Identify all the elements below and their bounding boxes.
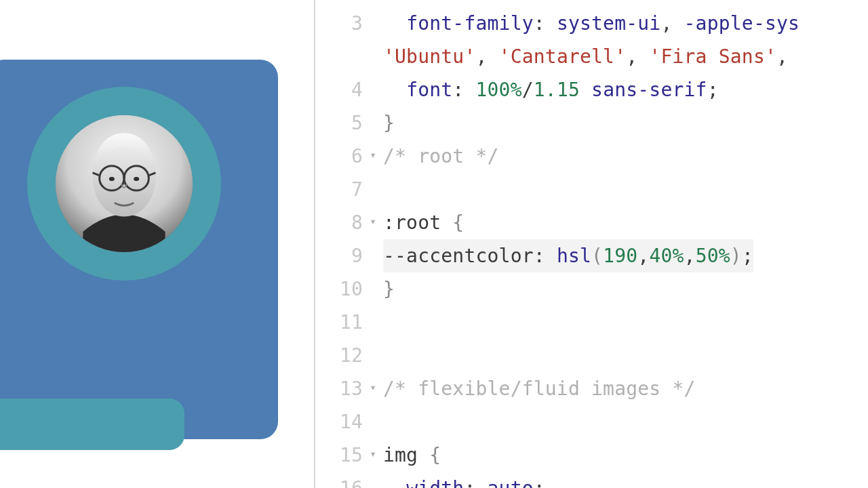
code-line[interactable]: :root { <box>383 206 868 239</box>
token: --accentcolor <box>383 245 534 267</box>
token: ( <box>591 245 603 267</box>
code-line[interactable] <box>383 339 868 372</box>
svg-point-7 <box>109 177 115 181</box>
token: , <box>684 245 696 267</box>
portrait-icon <box>56 115 193 252</box>
token: : <box>534 245 557 267</box>
svg-point-8 <box>134 177 139 181</box>
line-number <box>315 40 367 73</box>
token <box>580 79 591 101</box>
token: 'Cantarell' <box>499 45 627 68</box>
code-content[interactable]: font-family: system-ui, -apple-sys'Ubunt… <box>383 7 868 488</box>
token: font-family <box>406 12 534 35</box>
token: width <box>406 477 464 488</box>
line-number: 7 <box>315 173 367 206</box>
line-number: 6▾ <box>315 140 367 173</box>
app-root: 3456▾78▾910111213▾1415▾16 font-family: s… <box>0 0 868 488</box>
code-line[interactable]: img { <box>383 439 868 472</box>
token: 1.15 <box>534 79 580 101</box>
avatar <box>56 115 193 252</box>
code-line[interactable]: font-family: system-ui, -apple-sys <box>383 7 868 40</box>
token: 40% <box>649 245 684 267</box>
line-number: 13▾ <box>315 372 367 405</box>
token: ; <box>707 79 719 101</box>
token: 'Ubuntu' <box>383 45 475 68</box>
token: , <box>626 45 649 68</box>
token: , <box>475 45 498 68</box>
token: ; <box>742 245 753 267</box>
token <box>383 79 406 101</box>
token: 'Fira Sans' <box>649 45 776 68</box>
line-number: 5 <box>315 106 367 140</box>
code-line[interactable] <box>383 306 868 339</box>
profile-card <box>0 60 278 439</box>
code-editor[interactable]: 3456▾78▾910111213▾1415▾16 font-family: s… <box>315 0 868 488</box>
token: ; <box>534 477 545 488</box>
fold-toggle-icon[interactable]: ▾ <box>370 138 376 171</box>
line-number: 9 <box>315 239 367 272</box>
line-number: 4 <box>315 73 367 106</box>
line-number: 10 <box>315 272 367 306</box>
token: } <box>383 112 395 134</box>
line-number: 11 <box>315 306 367 339</box>
code-line[interactable]: /* root */ <box>383 140 868 173</box>
token: : <box>534 12 557 35</box>
token: 190 <box>603 245 637 267</box>
code-line[interactable] <box>383 405 868 439</box>
code-line[interactable]: 'Ubuntu', 'Cantarell', 'Fira Sans', <box>383 40 868 73</box>
code-line[interactable]: } <box>383 272 868 306</box>
token: auto <box>488 477 534 488</box>
preview-pane <box>0 0 314 488</box>
fold-toggle-icon[interactable]: ▾ <box>370 204 376 237</box>
fold-toggle-icon[interactable]: ▾ <box>370 436 376 470</box>
token: font <box>406 79 452 101</box>
token: /* flexible/fluid images */ <box>383 378 696 400</box>
token: , <box>637 245 649 267</box>
name-pill <box>0 399 184 450</box>
token: sans-serif <box>591 79 707 101</box>
token: 100% <box>475 79 521 101</box>
line-number: 16 <box>315 472 367 488</box>
code-line[interactable] <box>383 173 868 206</box>
token: : <box>464 477 487 488</box>
code-line[interactable]: font: 100%/1.15 sans-serif; <box>383 73 868 106</box>
fold-toggle-icon[interactable]: ▾ <box>370 370 376 403</box>
token: -apple-sys <box>684 12 800 35</box>
token: / <box>522 79 534 101</box>
token: , <box>776 45 788 68</box>
token <box>383 477 406 488</box>
line-gutter: 3456▾78▾910111213▾1415▾16 <box>315 0 367 488</box>
token: hsl <box>557 245 591 267</box>
token: 50% <box>696 245 730 267</box>
token: system-ui <box>557 12 661 35</box>
code-line[interactable]: --accentcolor: hsl(190,40%,50%); <box>383 239 868 272</box>
token: { <box>452 211 464 234</box>
token: : <box>452 79 475 101</box>
token: img <box>383 444 429 466</box>
code-line[interactable]: } <box>383 106 868 140</box>
line-number: 15▾ <box>315 439 367 472</box>
token: /* root */ <box>383 145 499 167</box>
line-number: 3 <box>315 7 367 40</box>
line-number: 14 <box>315 405 367 439</box>
token <box>383 12 406 35</box>
token: :root <box>383 211 452 234</box>
line-number: 8▾ <box>315 206 367 239</box>
token: ) <box>730 245 742 267</box>
token: , <box>660 12 684 35</box>
line-number: 12 <box>315 339 367 372</box>
code-line[interactable]: width: auto; <box>383 472 868 488</box>
token: } <box>383 278 395 300</box>
code-line[interactable]: /* flexible/fluid images */ <box>383 372 868 405</box>
token: { <box>429 444 441 466</box>
